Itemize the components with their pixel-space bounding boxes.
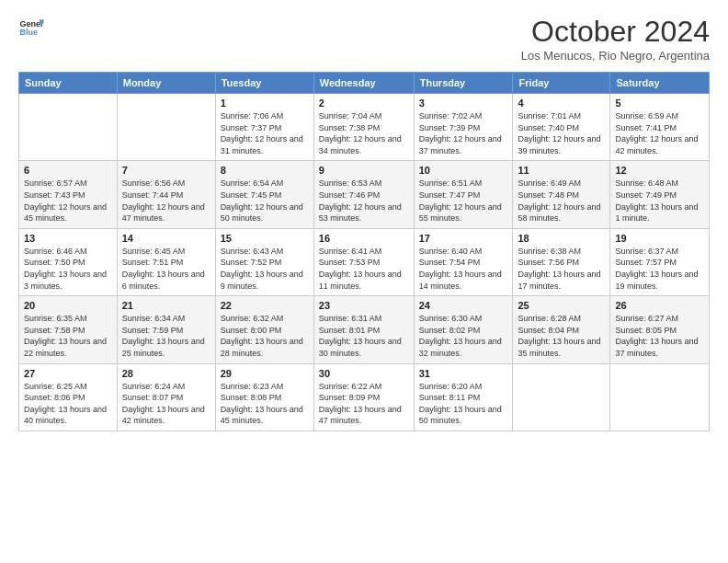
- day-number: 27: [24, 368, 112, 379]
- day-number: 25: [518, 300, 605, 311]
- day-number: 5: [615, 98, 704, 109]
- day-number: 26: [615, 300, 704, 311]
- calendar-cell: 25Sunrise: 6:28 AMSunset: 8:04 PMDayligh…: [513, 296, 610, 363]
- calendar-cell: 17Sunrise: 6:40 AMSunset: 7:54 PMDayligh…: [414, 228, 513, 295]
- calendar-cell: 9Sunrise: 6:53 AMSunset: 7:46 PMDaylight…: [313, 161, 414, 228]
- title-block: October 2024 Los Menucos, Rio Negro, Arg…: [521, 15, 710, 63]
- day-info: Sunrise: 6:30 AMSunset: 8:02 PMDaylight:…: [419, 313, 508, 359]
- calendar-cell: 3Sunrise: 7:02 AMSunset: 7:39 PMDaylight…: [414, 94, 513, 161]
- calendar-table: SundayMondayTuesdayWednesdayThursdayFrid…: [18, 72, 710, 431]
- day-number: 23: [319, 300, 409, 311]
- calendar-cell: 28Sunrise: 6:24 AMSunset: 8:07 PMDayligh…: [117, 363, 215, 431]
- calendar-cell: [117, 94, 215, 161]
- day-info: Sunrise: 6:28 AMSunset: 8:04 PMDaylight:…: [518, 313, 605, 359]
- logo-icon: General Blue: [18, 15, 44, 40]
- day-number: 8: [221, 165, 309, 176]
- logo: General Blue: [18, 15, 44, 40]
- day-info: Sunrise: 6:37 AMSunset: 7:57 PMDaylight:…: [615, 246, 704, 292]
- calendar-cell: 22Sunrise: 6:32 AMSunset: 8:00 PMDayligh…: [215, 296, 313, 363]
- calendar-cell: 15Sunrise: 6:43 AMSunset: 7:52 PMDayligh…: [215, 228, 313, 295]
- month-title: October 2024: [521, 15, 710, 49]
- day-info: Sunrise: 6:59 AMSunset: 7:41 PMDaylight:…: [615, 110, 704, 156]
- day-info: Sunrise: 6:57 AMSunset: 7:43 PMDaylight:…: [24, 178, 112, 224]
- calendar-cell: 21Sunrise: 6:34 AMSunset: 7:59 PMDayligh…: [117, 296, 215, 363]
- weekday-header-cell: Monday: [117, 73, 215, 94]
- weekday-header-cell: Thursday: [414, 73, 513, 94]
- calendar-cell: [19, 94, 118, 161]
- day-number: 12: [615, 165, 704, 176]
- day-info: Sunrise: 6:53 AMSunset: 7:46 PMDaylight:…: [319, 178, 409, 224]
- day-number: 3: [419, 98, 508, 109]
- weekday-header-cell: Sunday: [19, 73, 118, 94]
- day-info: Sunrise: 7:01 AMSunset: 7:40 PMDaylight:…: [518, 110, 605, 156]
- subtitle: Los Menucos, Rio Negro, Argentina: [521, 49, 710, 63]
- day-number: 10: [419, 165, 508, 176]
- day-number: 30: [319, 368, 409, 379]
- day-number: 20: [24, 300, 112, 311]
- day-info: Sunrise: 6:38 AMSunset: 7:56 PMDaylight:…: [518, 246, 605, 292]
- weekday-header-cell: Saturday: [610, 73, 710, 94]
- day-number: 14: [122, 233, 210, 244]
- day-number: 15: [221, 233, 309, 244]
- day-number: 18: [518, 233, 605, 244]
- day-number: 31: [419, 368, 508, 379]
- day-info: Sunrise: 7:06 AMSunset: 7:37 PMDaylight:…: [221, 110, 309, 156]
- day-number: 24: [419, 300, 508, 311]
- day-number: 29: [221, 368, 309, 379]
- calendar-cell: 27Sunrise: 6:25 AMSunset: 8:06 PMDayligh…: [19, 363, 118, 431]
- calendar-cell: 12Sunrise: 6:48 AMSunset: 7:49 PMDayligh…: [610, 161, 710, 228]
- day-number: 13: [24, 233, 112, 244]
- day-info: Sunrise: 6:35 AMSunset: 7:58 PMDaylight:…: [24, 313, 112, 359]
- day-number: 2: [319, 98, 409, 109]
- day-info: Sunrise: 6:31 AMSunset: 8:01 PMDaylight:…: [319, 313, 409, 359]
- day-info: Sunrise: 6:56 AMSunset: 7:44 PMDaylight:…: [122, 178, 210, 224]
- day-number: 1: [221, 98, 309, 109]
- day-number: 11: [518, 165, 605, 176]
- calendar-cell: 11Sunrise: 6:49 AMSunset: 7:48 PMDayligh…: [513, 161, 610, 228]
- calendar-cell: 29Sunrise: 6:23 AMSunset: 8:08 PMDayligh…: [215, 363, 313, 431]
- day-info: Sunrise: 6:43 AMSunset: 7:52 PMDaylight:…: [221, 246, 309, 292]
- calendar-cell: 14Sunrise: 6:45 AMSunset: 7:51 PMDayligh…: [117, 228, 215, 295]
- calendar-cell: 16Sunrise: 6:41 AMSunset: 7:53 PMDayligh…: [313, 228, 414, 295]
- day-info: Sunrise: 6:51 AMSunset: 7:47 PMDaylight:…: [419, 178, 508, 224]
- calendar-cell: [513, 363, 610, 431]
- calendar-cell: 2Sunrise: 7:04 AMSunset: 7:38 PMDaylight…: [313, 94, 414, 161]
- day-number: 9: [319, 165, 409, 176]
- calendar-cell: 5Sunrise: 6:59 AMSunset: 7:41 PMDaylight…: [610, 94, 710, 161]
- day-number: 17: [419, 233, 508, 244]
- calendar-cell: 10Sunrise: 6:51 AMSunset: 7:47 PMDayligh…: [414, 161, 513, 228]
- day-number: 7: [122, 165, 210, 176]
- header: General Blue October 2024 Los Menucos, R…: [18, 15, 710, 63]
- day-info: Sunrise: 6:45 AMSunset: 7:51 PMDaylight:…: [122, 246, 210, 292]
- day-number: 4: [518, 98, 605, 109]
- day-info: Sunrise: 6:54 AMSunset: 7:45 PMDaylight:…: [221, 178, 309, 224]
- day-number: 16: [319, 233, 409, 244]
- day-info: Sunrise: 6:48 AMSunset: 7:49 PMDaylight:…: [615, 178, 704, 224]
- calendar-cell: 1Sunrise: 7:06 AMSunset: 7:37 PMDaylight…: [215, 94, 313, 161]
- calendar-cell: 20Sunrise: 6:35 AMSunset: 7:58 PMDayligh…: [19, 296, 118, 363]
- weekday-header-cell: Tuesday: [215, 73, 313, 94]
- day-info: Sunrise: 6:23 AMSunset: 8:08 PMDaylight:…: [221, 381, 309, 427]
- day-number: 21: [122, 300, 210, 311]
- day-info: Sunrise: 6:25 AMSunset: 8:06 PMDaylight:…: [24, 381, 112, 427]
- day-info: Sunrise: 6:24 AMSunset: 8:07 PMDaylight:…: [122, 381, 210, 427]
- weekday-header-cell: Wednesday: [313, 73, 414, 94]
- calendar-cell: 26Sunrise: 6:27 AMSunset: 8:05 PMDayligh…: [610, 296, 710, 363]
- day-info: Sunrise: 6:22 AMSunset: 8:09 PMDaylight:…: [319, 381, 409, 427]
- calendar-cell: 13Sunrise: 6:46 AMSunset: 7:50 PMDayligh…: [19, 228, 118, 295]
- day-info: Sunrise: 7:02 AMSunset: 7:39 PMDaylight:…: [419, 110, 508, 156]
- day-number: 22: [221, 300, 309, 311]
- day-number: 6: [24, 165, 112, 176]
- day-info: Sunrise: 6:46 AMSunset: 7:50 PMDaylight:…: [24, 246, 112, 292]
- calendar-cell: 6Sunrise: 6:57 AMSunset: 7:43 PMDaylight…: [19, 161, 118, 228]
- day-number: 19: [615, 233, 704, 244]
- calendar-cell: 24Sunrise: 6:30 AMSunset: 8:02 PMDayligh…: [414, 296, 513, 363]
- calendar-cell: 23Sunrise: 6:31 AMSunset: 8:01 PMDayligh…: [313, 296, 414, 363]
- day-info: Sunrise: 6:27 AMSunset: 8:05 PMDaylight:…: [615, 313, 704, 359]
- calendar-cell: 19Sunrise: 6:37 AMSunset: 7:57 PMDayligh…: [610, 228, 710, 295]
- calendar-cell: 18Sunrise: 6:38 AMSunset: 7:56 PMDayligh…: [513, 228, 610, 295]
- day-info: Sunrise: 6:41 AMSunset: 7:53 PMDaylight:…: [319, 246, 409, 292]
- day-info: Sunrise: 6:32 AMSunset: 8:00 PMDaylight:…: [221, 313, 309, 359]
- day-number: 28: [122, 368, 210, 379]
- day-info: Sunrise: 6:20 AMSunset: 8:11 PMDaylight:…: [419, 381, 508, 427]
